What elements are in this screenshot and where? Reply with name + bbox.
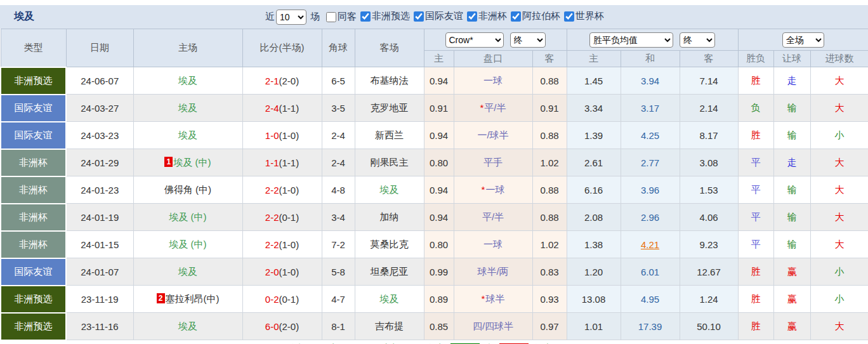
- col-header-score: 比分(半场): [242, 29, 322, 67]
- filter-competition[interactable]: 世界杯: [560, 10, 604, 22]
- euro-home-odds-cell: 1.01: [567, 313, 621, 340]
- score-cell: 6-0(2-0): [242, 313, 322, 340]
- date-cell: 24-01-23: [66, 176, 133, 204]
- col-header-corner: 角球: [322, 29, 355, 67]
- date-cell: 24-01-07: [66, 258, 133, 286]
- result-cell: 胜: [738, 258, 773, 286]
- corner-cell: 4-7: [322, 286, 355, 313]
- home-team-name: 埃及: [178, 321, 197, 331]
- handicap-result-cell: 输: [773, 204, 810, 231]
- ah-line-cell: *平/半: [454, 95, 532, 122]
- away-team-name: 刚果民主: [371, 157, 409, 168]
- euro-away-odds-cell: 9.23: [680, 231, 738, 258]
- table-row: 非洲杯24-01-15埃及 (中)2-2(1-0)7-2莫桑比克0.80一球1.…: [1, 231, 868, 258]
- handicap-result-cell: 赢: [773, 313, 810, 340]
- handicap-result-cell: 赢: [773, 258, 810, 286]
- ah-away-odds-cell: 0.88: [532, 204, 567, 231]
- subheader-euro-draw: 和: [621, 51, 680, 67]
- ah-line-text: 一球: [483, 75, 503, 86]
- ah-line-text: 球半: [485, 293, 504, 304]
- home-cell: 埃及 (中): [133, 231, 242, 258]
- ah-line-cell: 球半/两: [454, 258, 532, 286]
- subheader-euro-away: 客: [680, 51, 738, 67]
- table-body: 非洲预选24-06-07埃及2-1(2-0)6-5布基纳法0.94一球0.881…: [1, 67, 868, 340]
- euro-draw-odds-cell: 3.17: [621, 95, 680, 122]
- date-cell: 24-06-07: [66, 67, 133, 95]
- result-cell: 胜: [738, 286, 773, 313]
- home-team-name: 佛得角 (中): [164, 184, 211, 195]
- score-cell: 2-4(1-1): [242, 95, 322, 122]
- date-cell: 23-11-16: [66, 313, 133, 340]
- goals-result-cell: 大: [810, 313, 868, 340]
- table-row: 非洲预选23-11-192塞拉利昂(中)0-2(0-1)4-7埃及0.89*球半…: [1, 286, 868, 313]
- halftime-score: (1-0): [279, 185, 299, 195]
- ah-time-select[interactable]: 终: [510, 32, 546, 48]
- euro-draw-odds-value: 4.25: [641, 130, 659, 141]
- euro-draw-odds-value[interactable]: 4.21: [641, 239, 659, 250]
- euro-draw-odds-cell: 4.25: [621, 122, 680, 149]
- type-cell: 非洲杯: [1, 176, 66, 204]
- filter-same-away[interactable]: 同客: [322, 11, 357, 23]
- halftime-score: (0-1): [279, 294, 299, 305]
- corner-cell: 2-4: [322, 149, 355, 176]
- euro-away-odds-cell: 7.14: [680, 67, 738, 95]
- filter-competition[interactable]: 阿拉伯杯: [507, 10, 560, 22]
- away-team-name: 埃及: [380, 293, 399, 304]
- goals-result-cell: 小: [810, 122, 868, 149]
- competition-label: 非洲杯: [478, 10, 507, 22]
- euro-draw-odds-cell: 4.95: [621, 286, 680, 313]
- filter-competition[interactable]: 非洲预选: [357, 10, 410, 22]
- euro-away-odds-cell: 3.08: [680, 149, 738, 176]
- competition-checkbox[interactable]: [360, 11, 371, 22]
- subheader-ah-line: 盘口: [454, 51, 532, 67]
- table-row: 非洲预选24-06-07埃及2-1(2-0)6-5布基纳法0.94一球0.881…: [1, 67, 868, 95]
- ah-away-odds-cell: 0.88: [532, 122, 567, 149]
- score-cell: 2-2(1-0): [242, 176, 322, 204]
- ah-home-odds-cell: 0.89: [424, 286, 454, 313]
- scope-select[interactable]: 全场: [782, 32, 824, 48]
- euro-time-select[interactable]: 终: [680, 32, 715, 48]
- recent-count-select[interactable]: 10: [276, 10, 306, 25]
- away-cell: 吉布提: [355, 313, 424, 340]
- competition-checkbox[interactable]: [564, 11, 574, 22]
- table-row: 国际友谊24-01-07埃及2-0(1-0)5-8坦桑尼亚0.99球半/两0.8…: [1, 258, 868, 286]
- fulltime-score: 6-0: [265, 321, 279, 332]
- ah-away-odds-cell: 0.88: [532, 67, 567, 95]
- ah-away-odds-cell: 0.97: [532, 313, 567, 340]
- ah-line-cell: 平/半: [454, 204, 532, 231]
- ah-line-text: 四/四球半: [473, 321, 513, 331]
- corner-cell: 3-4: [322, 204, 355, 231]
- away-cell: 克罗地亚: [355, 95, 424, 122]
- goals-result-cell: 大: [810, 231, 868, 258]
- ah-line-cell: 四/四球半: [454, 313, 532, 340]
- halftime-score: (1-0): [279, 130, 299, 141]
- filter-competition[interactable]: 非洲杯: [463, 10, 507, 22]
- away-team-name: 莫桑比克: [371, 239, 409, 249]
- euro-mode-select[interactable]: 胜平负均值: [589, 32, 673, 48]
- euro-away-odds-cell: 50.10: [680, 313, 738, 340]
- euro-draw-odds-cell: 2.96: [621, 204, 680, 231]
- competition-checkbox[interactable]: [511, 11, 521, 22]
- home-team-name: 埃及 (中): [169, 211, 206, 222]
- euro-home-odds-cell: 1.39: [567, 122, 621, 149]
- halftime-score: (1-0): [279, 239, 299, 250]
- goals-result-cell: 大: [810, 204, 868, 231]
- ah-line-cell: 平手: [454, 149, 532, 176]
- star-mark: *: [482, 293, 485, 304]
- competition-checkbox[interactable]: [414, 11, 424, 22]
- filter-competition[interactable]: 国际友谊: [410, 10, 463, 22]
- away-team-name: 克罗地亚: [371, 102, 409, 113]
- away-team-name: 新西兰: [375, 129, 404, 140]
- away-cell: 加纳: [355, 204, 424, 231]
- competition-checkbox[interactable]: [467, 11, 477, 22]
- same-away-checkbox[interactable]: [326, 12, 336, 22]
- ah-line-text: 平/半: [484, 102, 506, 113]
- home-team-name: 埃及: [178, 129, 197, 140]
- home-cell: 埃及: [133, 67, 242, 95]
- corner-cell: 5-8: [322, 258, 355, 286]
- star-mark: *: [482, 184, 485, 195]
- ah-home-odds-cell: 0.94: [424, 67, 454, 95]
- ah-away-odds-cell: 0.93: [532, 286, 567, 313]
- bookmaker-select[interactable]: Crow*: [445, 32, 504, 48]
- same-away-label: 同客: [338, 11, 357, 23]
